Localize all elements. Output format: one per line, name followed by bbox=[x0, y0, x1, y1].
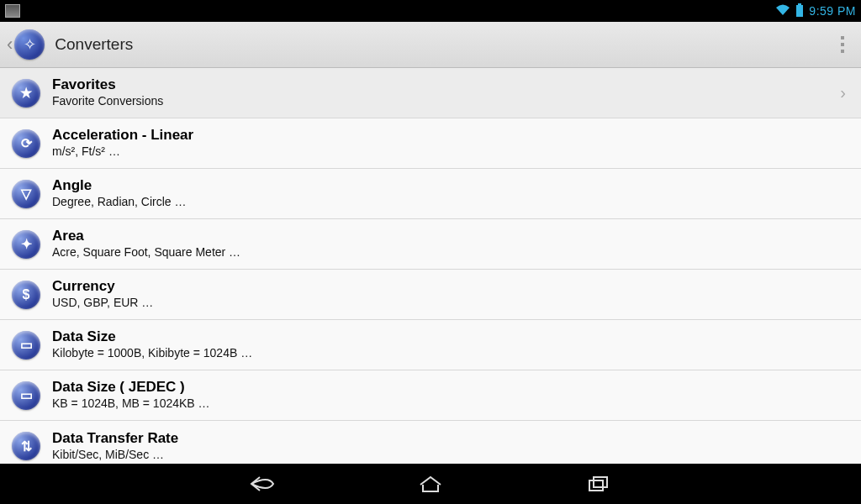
notification-icon bbox=[5, 4, 20, 18]
svg-rect-2 bbox=[589, 480, 603, 491]
currency-icon: $ bbox=[12, 281, 40, 309]
svg-rect-1 bbox=[796, 5, 803, 17]
system-nav-bar bbox=[0, 464, 861, 504]
list-item-acceleration[interactable]: ⟳ Acceleration - Linear m/s², Ft/s² … bbox=[0, 118, 861, 169]
list-item-data-size-jedec[interactable]: ▭ Data Size ( JEDEC ) KB = 1024B, MB = 1… bbox=[0, 370, 861, 421]
content-area: ★ Favorites Favorite Conversions › ⟳ Acc… bbox=[0, 68, 861, 464]
nav-back-button[interactable] bbox=[246, 467, 279, 501]
angle-icon: ▽ bbox=[12, 180, 40, 208]
disk-icon: ▭ bbox=[12, 381, 40, 410]
list-item-angle[interactable]: ▽ Angle Degree, Radian, Circle … bbox=[0, 169, 861, 219]
gauge-icon: ⟳ bbox=[12, 129, 40, 158]
svg-rect-3 bbox=[594, 477, 607, 487]
disk-icon: ▭ bbox=[12, 331, 40, 360]
list-item-data-transfer-rate[interactable]: ⇅ Data Transfer Rate Kibit/Sec, MiB/Sec … bbox=[0, 421, 861, 464]
svg-rect-0 bbox=[798, 3, 801, 5]
transfer-icon: ⇅ bbox=[12, 432, 40, 460]
list-item-data-size[interactable]: ▭ Data Size Kilobyte = 1000B, Kibibyte =… bbox=[0, 320, 861, 370]
back-caret-icon[interactable]: ‹ bbox=[7, 34, 13, 55]
overflow-menu-button[interactable] bbox=[831, 31, 854, 58]
row-subtitle: m/s², Ft/s² … bbox=[52, 144, 849, 160]
list-item-favorites[interactable]: ★ Favorites Favorite Conversions › bbox=[0, 68, 861, 118]
list-item-currency[interactable]: $ Currency USD, GBP, EUR … bbox=[0, 270, 861, 320]
area-icon: ✦ bbox=[12, 230, 40, 259]
row-subtitle: KB = 1024B, MB = 1024KB … bbox=[52, 396, 849, 412]
wifi-icon bbox=[775, 4, 790, 18]
star-icon: ★ bbox=[12, 79, 40, 108]
row-title: Data Size ( JEDEC ) bbox=[52, 379, 849, 396]
row-subtitle: USD, GBP, EUR … bbox=[52, 296, 849, 311]
status-clock: 9:59 PM bbox=[809, 4, 856, 18]
row-title: Data Transfer Rate bbox=[52, 430, 849, 447]
chevron-right-icon: › bbox=[837, 83, 849, 102]
page-title: Converters bbox=[55, 35, 133, 54]
status-bar: 9:59 PM bbox=[0, 0, 861, 22]
row-title: Acceleration - Linear bbox=[52, 127, 849, 144]
battery-icon bbox=[795, 3, 804, 19]
row-subtitle: Acre, Square Foot, Square Meter … bbox=[52, 245, 849, 260]
row-subtitle: Kilobyte = 1000B, Kibibyte = 1024B … bbox=[52, 346, 849, 361]
nav-home-button[interactable] bbox=[414, 467, 447, 501]
converter-list[interactable]: ★ Favorites Favorite Conversions › ⟳ Acc… bbox=[0, 68, 861, 464]
row-subtitle: Favorite Conversions bbox=[52, 94, 837, 109]
row-title: Currency bbox=[52, 278, 849, 295]
row-title: Data Size bbox=[52, 328, 849, 345]
row-subtitle: Kibit/Sec, MiB/Sec … bbox=[52, 448, 849, 463]
action-bar: ‹ ✧ Converters bbox=[0, 22, 861, 68]
row-title: Favorites bbox=[52, 76, 837, 93]
list-item-area[interactable]: ✦ Area Acre, Square Foot, Square Meter … bbox=[0, 219, 861, 270]
app-icon[interactable]: ✧ bbox=[14, 29, 45, 60]
nav-recents-button[interactable] bbox=[582, 467, 615, 501]
row-subtitle: Degree, Radian, Circle … bbox=[52, 195, 849, 210]
row-title: Angle bbox=[52, 177, 849, 194]
row-title: Area bbox=[52, 228, 849, 244]
